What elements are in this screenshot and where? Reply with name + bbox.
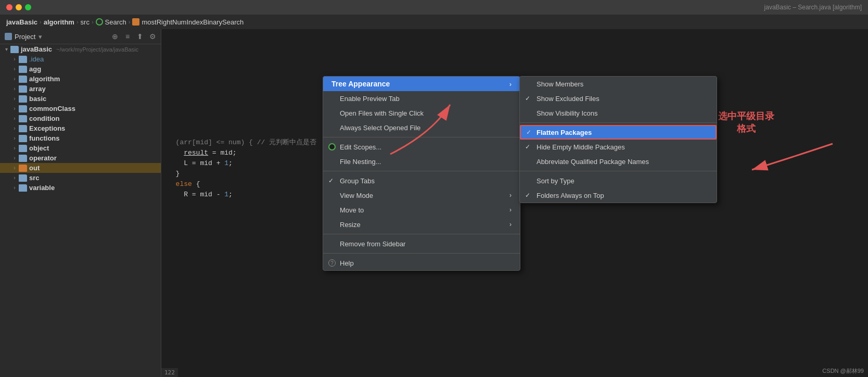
submenu-item-show-members[interactable]: Show Members <box>520 77 717 91</box>
title-bar: javaBasic – Search.java [algorithm] <box>0 0 868 15</box>
tree-item-condition[interactable]: › condition <box>0 114 161 123</box>
maximize-button[interactable] <box>25 4 31 10</box>
help-icon: ? <box>328 259 336 267</box>
tree-root: ▾ javaBasic ~/work/myProject/java/javaBa… <box>0 44 161 193</box>
tree-item-algorithm[interactable]: › algorithm <box>0 74 161 84</box>
menu-item-help[interactable]: ? Help <box>323 256 520 270</box>
align-icon[interactable]: ≡ <box>123 32 132 41</box>
submenu-item-hide-empty[interactable]: ✓ Hide Empty Middle Packages <box>520 140 717 154</box>
breadcrumb-javabasic[interactable]: javaBasic <box>6 18 37 26</box>
line-number-status: 122 <box>161 368 178 377</box>
tree-item-functions[interactable]: › functions <box>0 133 161 143</box>
window-title: javaBasic – Search.java [algorithm] <box>764 4 862 11</box>
submenu-arrow-icon: › <box>509 80 512 88</box>
tree-item-array[interactable]: › array <box>0 84 161 94</box>
project-view-icon <box>4 32 12 41</box>
folder-icon-operator <box>19 155 27 162</box>
menu-separator-1 <box>323 137 520 137</box>
tree-appearance-submenu: Show Members ✓ Show Excluded Files Show … <box>519 76 717 203</box>
menu-item-always-select[interactable]: Always Select Opened File <box>323 120 520 135</box>
breadcrumb-search[interactable]: Search <box>96 18 126 26</box>
menu-separator-2 <box>323 171 520 171</box>
folder-icon-basic <box>19 95 27 103</box>
method-icon <box>132 18 139 26</box>
menu-separator-4 <box>323 253 520 254</box>
breadcrumb-algorithm[interactable]: algorithm <box>44 18 74 26</box>
tree-item-basic[interactable]: › basic <box>0 94 161 104</box>
tree-item-agg[interactable]: › agg <box>0 64 161 74</box>
settings-icon[interactable]: ⚙ <box>148 32 157 41</box>
folder-icon-out <box>19 165 27 172</box>
menu-item-edit-scopes[interactable]: Edit Scopes... <box>323 140 520 154</box>
add-icon[interactable]: ⊕ <box>111 32 119 41</box>
folder-icon-src <box>19 174 27 182</box>
folder-icon-commonclass <box>19 105 27 112</box>
view-mode-arrow-icon: › <box>509 192 512 199</box>
submenu-item-show-visibility[interactable]: Show Visibility Icons <box>520 106 717 120</box>
menu-item-view-mode[interactable]: View Mode › <box>323 188 520 203</box>
submenu-item-folders-top[interactable]: ✓ Folders Always on Top <box>520 188 717 203</box>
close-button[interactable] <box>6 4 12 10</box>
folder-icon-exceptions <box>19 125 27 132</box>
minimize-button[interactable] <box>16 4 22 10</box>
tree-item-commonclass[interactable]: › commonClass <box>0 104 161 114</box>
menu-item-resize[interactable]: Resize › <box>323 217 520 232</box>
submenu-item-abbreviate[interactable]: Abbreviate Qualified Package Names <box>520 154 717 169</box>
tree-item-object[interactable]: › object <box>0 143 161 153</box>
resize-arrow-icon: › <box>509 221 512 228</box>
folder-icon-object <box>19 145 27 152</box>
tree-item-src[interactable]: › src <box>0 173 161 183</box>
sidebar: Project ▾ ⊕ ≡ ⬆ ⚙ ▾ javaBasic ~/work/myP… <box>0 29 161 377</box>
folder-icon-condition <box>19 115 27 122</box>
menu-item-open-single-click[interactable]: Open Files with Single Click <box>323 106 520 120</box>
submenu-item-show-excluded[interactable]: ✓ Show Excluded Files <box>520 91 717 106</box>
folder-icon-agg <box>19 66 27 73</box>
menu-separator-3 <box>323 234 520 234</box>
submenu-separator-1 <box>520 122 717 123</box>
main-layout: Project ▾ ⊕ ≡ ⬆ ⚙ ▾ javaBasic ~/work/myP… <box>0 29 868 377</box>
menu-item-tree-appearance[interactable]: Tree Appearance › <box>323 77 520 91</box>
move-to-arrow-icon: › <box>509 206 512 213</box>
breadcrumb: javaBasic › algorithm › src › Search › m… <box>0 15 868 29</box>
submenu-item-sort-type[interactable]: Sort by Type <box>520 173 717 188</box>
menu-item-move-to[interactable]: Move to › <box>323 203 520 217</box>
tree-item-javabasic[interactable]: ▾ javaBasic ~/work/myProject/java/javaBa… <box>0 44 161 54</box>
tree-item-out[interactable]: › out <box>0 163 161 173</box>
menu-item-file-nesting[interactable]: File Nesting... <box>323 154 520 169</box>
submenu-item-flatten-packages[interactable]: ✓ Flatten Packages <box>520 125 717 140</box>
watermark: CSDN @郝林99 <box>822 367 864 375</box>
scopes-icon <box>328 143 336 150</box>
folder-icon-algorithm <box>19 76 27 83</box>
menu-item-remove-sidebar[interactable]: Remove from Sidebar <box>323 236 520 251</box>
folder-icon-idea <box>19 56 27 63</box>
submenu-separator-2 <box>520 171 717 171</box>
breadcrumb-method[interactable]: mostRightNumIndexBinarySearch <box>132 18 244 26</box>
tree-item-operator[interactable]: › operator <box>0 153 161 163</box>
sidebar-title: Project ▾ <box>4 32 107 41</box>
svg-rect-0 <box>5 33 12 40</box>
traffic-lights <box>6 4 31 10</box>
content-area: (arr[mid] <= num) { // 元判断中点是否 result = … <box>161 29 868 377</box>
breadcrumb-src[interactable]: src <box>81 18 90 26</box>
folder-icon-javabasic <box>10 46 19 53</box>
folder-icon-functions <box>19 135 27 142</box>
main-context-menu: Tree Appearance › Enable Preview Tab Ope… <box>323 76 520 271</box>
tree-item-exceptions[interactable]: › Exceptions <box>0 123 161 133</box>
folder-icon-array <box>19 85 27 93</box>
collapse-icon[interactable]: ⬆ <box>136 32 144 41</box>
menu-item-group-tabs[interactable]: ✓ Group Tabs <box>323 173 520 188</box>
menu-item-enable-preview-tab[interactable]: Enable Preview Tab <box>323 91 520 106</box>
tree-item-variable[interactable]: › variable <box>0 183 161 193</box>
search-icon <box>96 18 103 26</box>
folder-icon-variable <box>19 184 27 192</box>
sidebar-header: Project ▾ ⊕ ≡ ⬆ ⚙ <box>0 29 161 44</box>
sidebar-icons: ⊕ ≡ ⬆ ⚙ <box>111 32 157 41</box>
tree-item-idea[interactable]: › .idea <box>0 54 161 64</box>
